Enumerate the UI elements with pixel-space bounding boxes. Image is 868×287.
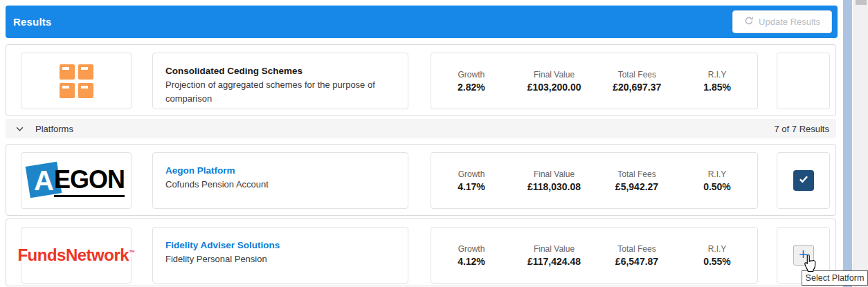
stat-value: 1.85% <box>693 82 741 93</box>
checkmark-icon <box>797 173 810 188</box>
description-card: Fidelity Adviser Solutions Fidelity Pers… <box>152 227 408 284</box>
stat-value: 4.12% <box>447 256 496 267</box>
hand-cursor-icon <box>802 254 818 275</box>
stat-label: R.I.Y <box>693 69 741 80</box>
description-card: Consolidated Ceding Schemes Projection o… <box>152 53 408 109</box>
stats-card: Growth 4.17% Final Value £118,030.08 Tot… <box>431 152 758 209</box>
aegon-logo-letter: A <box>34 165 54 196</box>
chevron-down-icon[interactable] <box>15 124 24 133</box>
stat-final-value: Final Value £103,200.00 <box>527 69 581 93</box>
logo-card <box>21 53 132 109</box>
result-row-aegon: A EGON Aegon Platform Cofunds Pension Ac… <box>6 144 836 216</box>
logo-card: A EGON <box>21 152 132 209</box>
section-label: Platforms <box>35 124 73 134</box>
trademark-mark: ™ <box>129 249 135 256</box>
stat-total-fees: Total Fees £6,547.87 <box>613 243 661 267</box>
stat-growth: Growth 4.17% <box>447 169 496 192</box>
logo-card: FundsNetwork™ <box>21 227 132 284</box>
stat-value: £103,200.00 <box>527 82 581 93</box>
product-subtitle: Cofunds Pension Account <box>165 178 395 192</box>
stat-value: 0.50% <box>693 181 741 192</box>
platforms-section-header[interactable]: Platforms 7 of 7 Results <box>6 119 836 138</box>
results-count: 7 of 7 Results <box>775 124 830 134</box>
stat-total-fees: Total Fees £20,697.37 <box>613 69 661 93</box>
stat-label: Final Value <box>527 169 581 180</box>
stat-value: £117,424.48 <box>527 256 581 267</box>
stat-total-fees: Total Fees £5,942.27 <box>613 169 661 192</box>
stat-value: 4.17% <box>447 181 496 192</box>
stat-final-value: Final Value £117,424.48 <box>527 243 581 267</box>
stat-value: £20,697.37 <box>613 82 661 93</box>
platform-link[interactable]: Aegon Platform <box>165 164 395 178</box>
stat-final-value: Final Value £118,030.08 <box>527 169 581 192</box>
stat-label: R.I.Y <box>693 243 741 254</box>
action-card-empty <box>777 53 830 109</box>
result-row-consolidated: Consolidated Ceding Schemes Projection o… <box>6 44 836 116</box>
stat-label: Total Fees <box>613 169 661 180</box>
platform-selected-checkbox[interactable] <box>793 170 814 191</box>
inner-scrollbar-thumb[interactable] <box>843 0 852 287</box>
update-results-button[interactable]: Update Results <box>732 10 832 33</box>
scheme-title: Consolidated Ceding Schemes <box>165 64 395 78</box>
results-page: Results Update Results Consolidated Cedi… <box>0 0 868 287</box>
description-card: Aegon Platform Cofunds Pension Account <box>152 152 408 209</box>
stat-riy: R.I.Y 1.85% <box>693 69 741 93</box>
stat-label: Growth <box>447 243 496 254</box>
stat-label: Final Value <box>527 69 581 80</box>
results-header: Results Update Results <box>6 6 838 38</box>
outer-scrollbar-track[interactable] <box>853 0 868 287</box>
page-title: Results <box>6 16 52 28</box>
aegon-logo-text: EGON <box>54 165 125 197</box>
stat-label: Growth <box>447 69 496 80</box>
scheme-subtitle: Projection of aggregated schemes for the… <box>165 78 395 106</box>
product-subtitle: Fidelity Personal Pension <box>165 252 395 266</box>
update-results-label: Update Results <box>759 17 820 27</box>
stat-growth: Growth 4.12% <box>447 243 496 267</box>
stat-riy: R.I.Y 0.55% <box>693 243 741 267</box>
outer-scrollbar-thumb[interactable] <box>856 0 867 5</box>
stat-label: Total Fees <box>613 69 661 80</box>
stat-value: £5,942.27 <box>613 181 661 192</box>
stat-label: Final Value <box>527 243 581 254</box>
stat-label: R.I.Y <box>693 169 741 180</box>
stats-card: Growth 2.82% Final Value £103,200.00 Tot… <box>431 53 758 109</box>
fundsnetwork-logo: FundsNetwork™ <box>17 246 134 265</box>
stat-value: 2.82% <box>447 82 496 93</box>
stat-label: Total Fees <box>613 243 661 254</box>
refresh-icon <box>744 16 754 28</box>
result-row-fundsnetwork: FundsNetwork™ Fidelity Adviser Solutions… <box>6 219 836 286</box>
grid-icon <box>60 64 93 98</box>
stats-card: Growth 4.12% Final Value £117,424.48 Tot… <box>431 227 758 284</box>
aegon-logo: A EGON <box>28 160 125 201</box>
stat-value: £118,030.08 <box>527 181 581 192</box>
stat-value: £6,547.87 <box>613 256 661 267</box>
stat-label: Growth <box>447 169 496 180</box>
action-card <box>777 152 830 209</box>
stat-riy: R.I.Y 0.50% <box>693 169 741 192</box>
platform-link[interactable]: Fidelity Adviser Solutions <box>165 239 395 252</box>
stat-value: 0.55% <box>693 256 741 267</box>
fundsnetwork-logo-text: FundsNetwork <box>17 246 129 264</box>
stat-growth: Growth 2.82% <box>447 69 496 93</box>
